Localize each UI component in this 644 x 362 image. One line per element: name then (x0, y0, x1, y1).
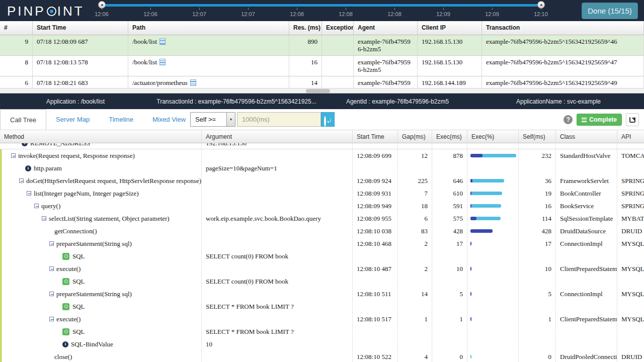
self-ms-cell: 428 (518, 225, 555, 237)
call-tree-row[interactable]: SQLSELECT count(0) FROM book (0, 250, 644, 262)
collapse-expander-icon[interactable] (11, 153, 16, 158)
document-icon[interactable] (159, 38, 166, 45)
collapse-expander-icon[interactable] (49, 317, 54, 321)
transaction-info-bar: Application : /book/list TransactionId :… (0, 94, 644, 109)
filter-operator-select[interactable]: Self >= ▾ (190, 112, 235, 127)
refresh-button[interactable] (626, 113, 639, 126)
exec-ms-cell: 10 (432, 262, 467, 275)
document-icon[interactable] (190, 79, 196, 86)
class-cell: StandardHostValve (555, 149, 617, 162)
column-header-res-ms-[interactable]: Res. (ms) ↓ (289, 21, 322, 35)
method-name: http.param (34, 162, 62, 174)
class-cell: ConnectionImpl (555, 237, 617, 250)
column-header-client-ip[interactable]: Client IP (418, 21, 482, 35)
argument-cell (201, 149, 352, 162)
tab-timeline[interactable]: Timeline (99, 109, 143, 130)
tab-call-tree[interactable]: Call Tree (0, 109, 46, 130)
collapse-expander-icon[interactable] (49, 292, 54, 296)
self-time-filter: Self >= ▾ ↓ (190, 112, 335, 127)
exec-ms-cell: 17 (432, 237, 467, 250)
method-name: close() (54, 350, 72, 362)
self-time-bar (470, 229, 493, 233)
chevron-down-icon[interactable]: ▾ (226, 113, 235, 126)
collapse-expander-icon[interactable] (27, 191, 31, 196)
class-cell (555, 162, 617, 174)
call-tree-row[interactable]: list(Integer pageNum, Integer pageSize)1… (0, 187, 644, 200)
self-time-bar (470, 154, 482, 157)
exec-percent-cell (467, 338, 518, 350)
call-tree-row[interactable]: invoke(Request request, Response respons… (0, 149, 644, 162)
search-button[interactable]: ↓ (321, 112, 335, 127)
call-tree-row[interactable]: iREMOTE_ADDRESS192.168.15.130 (0, 143, 644, 149)
table-row[interactable]: 907/18 12:08:09 687/book/list890example-… (0, 35, 644, 56)
argument-cell (201, 262, 352, 275)
handle-dot (101, 4, 103, 6)
api-cell: DRUID (617, 225, 644, 237)
class-cell (555, 143, 617, 149)
slider-handle-right[interactable] (537, 1, 545, 9)
ms-threshold-input[interactable] (237, 112, 321, 127)
call-tree-row[interactable]: doGet(HttpServletRequest request, HttpSe… (0, 174, 644, 187)
txn-response-ms: 16 (289, 56, 322, 76)
call-tree-row[interactable]: prepareStatement(String sql)12:08:10 468… (0, 237, 644, 250)
done-button[interactable]: Done (15/15) (582, 3, 638, 19)
table-row[interactable]: 807/18 12:08:13 578/book/list16example-7… (0, 56, 644, 76)
exec-bar (470, 179, 504, 183)
api-cell: MYSQL(ei (617, 288, 644, 300)
call-tree-row[interactable]: execute()12:08:10 48721010ClientPrepared… (0, 262, 644, 275)
txn-exception (322, 56, 354, 76)
method-cell: selectList(String statement, Object para… (0, 212, 201, 225)
call-tree-row[interactable]: SQLSELECT * FROM book LIMIT ? (0, 300, 644, 313)
collapse-expander-icon[interactable] (34, 204, 39, 208)
column-header-agent[interactable]: Agent (354, 21, 418, 35)
collapse-expander-icon[interactable] (49, 266, 54, 271)
exec-ms-cell: 878 (432, 149, 467, 162)
sql-icon (62, 303, 69, 310)
column-header-path[interactable]: Path (128, 21, 289, 35)
column-header-start-time[interactable]: Start Time (33, 21, 128, 35)
argument-cell (201, 225, 352, 237)
call-tree-row[interactable]: query()12:08:09 9491859116BookServiceSPR… (0, 200, 644, 212)
column-header-transaction[interactable]: Transaction (482, 21, 644, 35)
call-tree-row[interactable]: SQLSELECT count(0) FROM book (0, 275, 644, 288)
call-tree-row[interactable]: close()12:08:10 522400DruidPooledConnect… (0, 350, 644, 362)
call-tree-row[interactable]: selectList(String statement, Object para… (0, 212, 644, 225)
call-tree-row[interactable]: prepareStatement(String sql)12:08:10 511… (0, 288, 644, 300)
call-tree-row[interactable]: getConnection()12:08:10 03883428428Druid… (0, 225, 644, 237)
tab-mixed-view[interactable]: Mixed View (143, 109, 195, 130)
call-tree-row[interactable]: iSQL-BindValue10 (0, 338, 644, 350)
exec-bar (470, 192, 502, 195)
txn-start-time: 07/18 12:08:13 578 (33, 56, 128, 76)
exec-bar (470, 217, 501, 220)
time-range-slider[interactable]: 12:0612:0612:0712:0712:0812:0812:0812:09… (86, 0, 564, 21)
scrollbar-thumb[interactable] (306, 89, 330, 93)
complete-button[interactable]: Complete (577, 114, 622, 126)
method-cell: SQL (0, 250, 201, 262)
class-cell (555, 275, 617, 288)
exec-ms-cell: 428 (432, 225, 467, 237)
tab-server-map[interactable]: Server Map (46, 109, 99, 130)
exec-ms-cell (432, 250, 467, 262)
collapse-expander-icon[interactable] (49, 241, 54, 246)
method-cell: iREMOTE_ADDRESS (0, 143, 201, 149)
horizontal-scrollbar[interactable] (0, 88, 644, 93)
document-icon[interactable] (159, 59, 166, 65)
self-ms-cell: 232 (518, 149, 555, 162)
slider-handle-left[interactable] (98, 1, 106, 9)
self-ms-cell (518, 162, 555, 174)
argument-cell (201, 237, 352, 250)
collapse-expander-icon[interactable] (42, 216, 46, 221)
slider-track[interactable] (102, 4, 544, 7)
api-cell: MYSQL(ei (617, 313, 644, 325)
call-tree-row[interactable]: execute()12:08:10 517111ClientPreparedSt… (0, 313, 644, 325)
collapse-expander-icon[interactable] (19, 178, 24, 183)
argument-cell (201, 350, 352, 362)
call-tree-row[interactable]: ihttp.parampageSize=10&pageNum=1 (0, 162, 644, 174)
help-icon[interactable]: ? (564, 115, 573, 124)
call-tree-row[interactable]: SQLSELECT * FROM book LIMIT ? (0, 325, 644, 338)
column-header--[interactable]: # (0, 21, 33, 35)
api-cell (617, 325, 644, 338)
calltree-column-self-ms-: Self(ms) (518, 130, 555, 143)
column-header-exception[interactable]: Exception (322, 21, 354, 35)
refresh-icon (629, 117, 635, 123)
